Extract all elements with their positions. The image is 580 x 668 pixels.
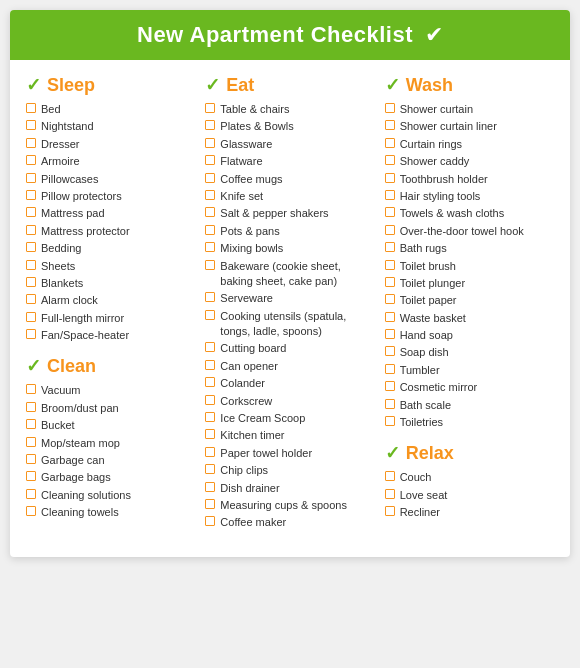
item-label: Fan/Space-heater [41, 328, 129, 343]
checkbox-icon[interactable] [26, 277, 36, 287]
checkbox-icon[interactable] [385, 416, 395, 426]
checkbox-icon[interactable] [385, 399, 395, 409]
checkbox-icon[interactable] [26, 173, 36, 183]
checkbox-icon[interactable] [205, 190, 215, 200]
checkbox-icon[interactable] [205, 342, 215, 352]
list-item: Soap dish [385, 345, 554, 360]
checkbox-icon[interactable] [205, 103, 215, 113]
checkbox-icon[interactable] [205, 155, 215, 165]
list-item: Blankets [26, 276, 195, 291]
section-clean-title: ✓ Clean [26, 355, 195, 377]
item-label: Knife set [220, 189, 263, 204]
checkbox-icon[interactable] [205, 412, 215, 422]
checkbox-icon[interactable] [26, 242, 36, 252]
checkbox-icon[interactable] [205, 395, 215, 405]
checkbox-icon[interactable] [385, 103, 395, 113]
checkbox-icon[interactable] [26, 190, 36, 200]
checkbox-icon[interactable] [26, 294, 36, 304]
checkbox-icon[interactable] [205, 377, 215, 387]
checkbox-icon[interactable] [26, 402, 36, 412]
checkbox-icon[interactable] [205, 499, 215, 509]
checkbox-icon[interactable] [385, 506, 395, 516]
checkbox-icon[interactable] [385, 489, 395, 499]
checkbox-icon[interactable] [26, 419, 36, 429]
item-label: Hand soap [400, 328, 453, 343]
list-item: Mattress protector [26, 224, 195, 239]
content: ✓ Sleep BedNightstandDresserArmoirePillo… [10, 60, 570, 557]
checkbox-icon[interactable] [385, 381, 395, 391]
checkbox-icon[interactable] [205, 207, 215, 217]
checkbox-icon[interactable] [385, 225, 395, 235]
checkbox-icon[interactable] [26, 138, 36, 148]
checkbox-icon[interactable] [26, 155, 36, 165]
checkbox-icon[interactable] [26, 506, 36, 516]
checkbox-icon[interactable] [26, 454, 36, 464]
list-item: Mop/steam mop [26, 436, 195, 451]
checkbox-icon[interactable] [205, 447, 215, 457]
sleep-items-list: BedNightstandDresserArmoirePillowcasesPi… [26, 102, 195, 343]
item-label: Pillow protectors [41, 189, 122, 204]
checkbox-icon[interactable] [385, 138, 395, 148]
checkbox-icon[interactable] [205, 310, 215, 320]
checkbox-icon[interactable] [26, 384, 36, 394]
checkbox-icon[interactable] [385, 329, 395, 339]
checkbox-icon[interactable] [205, 173, 215, 183]
checkbox-icon[interactable] [205, 120, 215, 130]
list-item: Cleaning solutions [26, 488, 195, 503]
checkbox-icon[interactable] [385, 120, 395, 130]
list-item: Glassware [205, 137, 374, 152]
checkbox-icon[interactable] [205, 292, 215, 302]
list-item: Plates & Bowls [205, 119, 374, 134]
list-item: Full-length mirror [26, 311, 195, 326]
checkbox-icon[interactable] [205, 516, 215, 526]
checkbox-icon[interactable] [26, 260, 36, 270]
checkbox-icon[interactable] [26, 312, 36, 322]
item-label: Broom/dust pan [41, 401, 119, 416]
checkbox-icon[interactable] [205, 138, 215, 148]
item-label: Dish drainer [220, 481, 279, 496]
checkbox-icon[interactable] [26, 329, 36, 339]
item-label: Bucket [41, 418, 75, 433]
checkbox-icon[interactable] [385, 277, 395, 287]
checkbox-icon[interactable] [205, 464, 215, 474]
checkbox-icon[interactable] [26, 471, 36, 481]
item-label: Ice Cream Scoop [220, 411, 305, 426]
checkbox-icon[interactable] [385, 190, 395, 200]
checkbox-icon[interactable] [26, 489, 36, 499]
checkbox-icon[interactable] [385, 207, 395, 217]
checkbox-icon[interactable] [385, 312, 395, 322]
checkbox-icon[interactable] [385, 364, 395, 374]
checkbox-icon[interactable] [385, 294, 395, 304]
checkbox-icon[interactable] [205, 360, 215, 370]
item-label: Bed [41, 102, 61, 117]
list-item: Couch [385, 470, 554, 485]
checkbox-icon[interactable] [205, 242, 215, 252]
item-label: Coffee mugs [220, 172, 282, 187]
checkbox-icon[interactable] [205, 260, 215, 270]
list-item: Hair styling tools [385, 189, 554, 204]
checkbox-icon[interactable] [385, 346, 395, 356]
item-label: Cutting board [220, 341, 286, 356]
checkbox-icon[interactable] [205, 482, 215, 492]
checkbox-icon[interactable] [26, 207, 36, 217]
checkbox-icon[interactable] [26, 103, 36, 113]
checkbox-icon[interactable] [205, 225, 215, 235]
list-item: Mixing bowls [205, 241, 374, 256]
checkbox-icon[interactable] [26, 437, 36, 447]
list-item: Over-the-door towel hook [385, 224, 554, 239]
checkbox-icon[interactable] [385, 242, 395, 252]
wash-items-list: Shower curtainShower curtain linerCurtai… [385, 102, 554, 430]
checkbox-icon[interactable] [385, 173, 395, 183]
checkbox-icon[interactable] [205, 429, 215, 439]
column-1: ✓ Sleep BedNightstandDresserArmoirePillo… [26, 74, 195, 543]
checkbox-icon[interactable] [26, 225, 36, 235]
item-label: Vacuum [41, 383, 81, 398]
checkbox-icon[interactable] [26, 120, 36, 130]
list-item: Bath rugs [385, 241, 554, 256]
checkbox-icon[interactable] [385, 155, 395, 165]
list-item: Coffee maker [205, 515, 374, 530]
section-clean: ✓ Clean VacuumBroom/dust panBucketMop/st… [26, 355, 195, 520]
checkbox-icon[interactable] [385, 260, 395, 270]
checkbox-icon[interactable] [385, 471, 395, 481]
wash-check-icon: ✓ [385, 74, 400, 96]
